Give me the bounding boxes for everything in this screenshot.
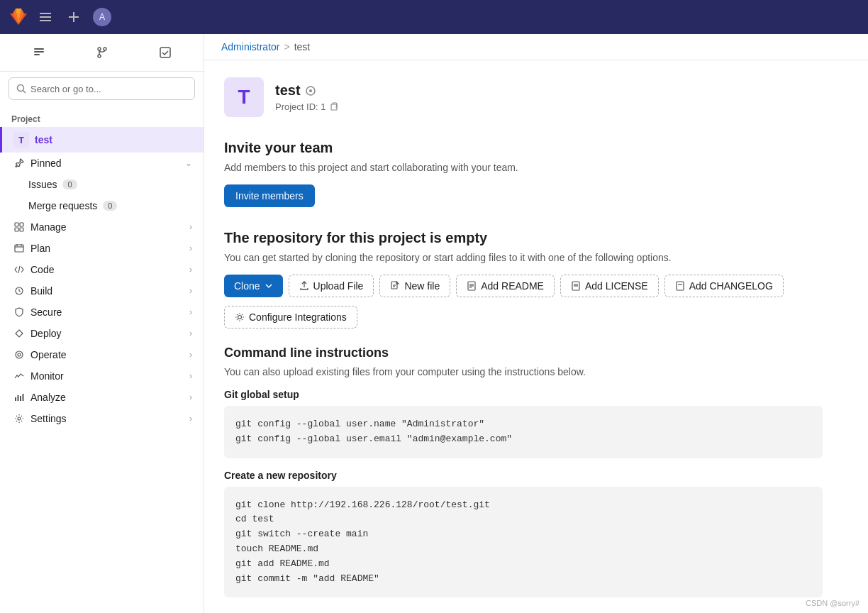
- svg-point-40: [309, 89, 312, 92]
- sidebar-item-deploy-label: Deploy: [30, 328, 184, 339]
- svg-rect-7: [40, 16, 51, 18]
- svg-rect-10: [69, 16, 79, 18]
- new-file-button[interactable]: New file: [379, 275, 450, 297]
- chevron-right-icon-deploy: ›: [189, 328, 192, 338]
- sidebar-tab-snippets[interactable]: [9, 40, 69, 65]
- chevron-right-icon: ›: [189, 222, 192, 232]
- svg-rect-6: [40, 13, 51, 14]
- visibility-icon: [305, 85, 316, 96]
- breadcrumb: Administrator > test: [204, 34, 868, 60]
- svg-line-30: [18, 266, 20, 273]
- sidebar-item-issues[interactable]: Issues 0: [0, 174, 204, 195]
- sidebar-item-operate[interactable]: Operate ›: [0, 344, 204, 365]
- sidebar-item-plan[interactable]: Plan ›: [0, 238, 204, 259]
- svg-rect-23: [20, 223, 23, 226]
- sidebar-item-manage[interactable]: Manage ›: [0, 216, 204, 238]
- chevron-right-icon-analyze: ›: [189, 392, 192, 402]
- sidebar: Search or go to... Project T test Pinned…: [0, 34, 204, 613]
- chevron-right-icon-plan: ›: [189, 243, 192, 253]
- sidebar-item-settings[interactable]: Settings ›: [0, 408, 204, 429]
- configure-integrations-label: Configure Integrations: [249, 311, 347, 323]
- layout: Search or go to... Project T test Pinned…: [0, 34, 868, 613]
- page-content: T test Project ID: 1 Invite your team Ad…: [204, 60, 842, 613]
- sidebar-project-avatar: T: [13, 132, 29, 148]
- svg-rect-37: [23, 394, 24, 401]
- chevron-right-icon-settings: ›: [189, 414, 192, 424]
- search-bar[interactable]: Search or go to...: [9, 77, 195, 100]
- svg-rect-34: [15, 397, 16, 401]
- svg-rect-13: [34, 48, 44, 50]
- sidebar-tab-merge[interactable]: [72, 40, 132, 65]
- plan-icon: [13, 243, 25, 254]
- project-avatar: T: [224, 77, 264, 117]
- chevron-right-icon-code: ›: [189, 265, 192, 275]
- new-repo-label: Create a new repository: [224, 470, 823, 481]
- sidebar-item-monitor-label: Monitor: [30, 370, 184, 382]
- gitlab-logo[interactable]: [9, 7, 28, 27]
- svg-point-38: [18, 417, 21, 420]
- sidebar-item-analyze[interactable]: Analyze ›: [0, 387, 204, 408]
- project-name: test: [275, 82, 339, 99]
- monitor-icon: [13, 370, 25, 382]
- readme-icon: [467, 281, 477, 291]
- watermark: CSDN @sorry#: [806, 599, 859, 607]
- operate-icon: [13, 349, 25, 360]
- add-license-button[interactable]: Add LICENSE: [560, 275, 659, 297]
- invite-title: Invite your team: [224, 140, 823, 156]
- chevron-down-icon: ⌄: [185, 158, 192, 168]
- sidebar-item-test[interactable]: T test: [0, 127, 204, 153]
- sidebar-top-nav: [0, 34, 204, 72]
- empty-repo-description: You can get started by cloning the repos…: [224, 252, 823, 263]
- breadcrumb-current: test: [294, 41, 311, 53]
- sidebar-item-issues-label: Issues: [28, 179, 57, 190]
- svg-rect-52: [677, 282, 684, 290]
- build-icon: [13, 285, 25, 297]
- sidebar-item-pinned[interactable]: Pinned ⌄: [0, 153, 204, 174]
- sidebar-project-label: test: [35, 134, 192, 145]
- sidebar-item-plan-label: Plan: [30, 243, 184, 254]
- main-content: Administrator > test T test Project ID: …: [204, 34, 868, 613]
- upload-file-button[interactable]: Upload File: [289, 275, 374, 297]
- project-name-text: test: [275, 82, 301, 99]
- invite-members-button[interactable]: Invite members: [224, 184, 315, 207]
- global-setup-code[interactable]: git config --global user.name "Administr…: [224, 406, 823, 458]
- copy-icon[interactable]: [329, 102, 339, 112]
- configure-integrations-button[interactable]: Configure Integrations: [224, 306, 357, 328]
- sidebar-item-deploy[interactable]: Deploy ›: [0, 323, 204, 344]
- svg-point-16: [98, 48, 101, 50]
- svg-rect-36: [20, 396, 21, 401]
- cli-section: Command line instructions You can also u…: [224, 346, 823, 597]
- new-file-icon: [390, 281, 400, 291]
- search-placeholder: Search or go to...: [30, 84, 101, 94]
- sidebar-item-manage-label: Manage: [30, 221, 184, 233]
- add-changelog-button[interactable]: Add CHANGELOG: [664, 275, 784, 297]
- changelog-icon: [675, 281, 685, 291]
- clone-button[interactable]: Clone: [224, 275, 283, 297]
- sidebar-item-monitor[interactable]: Monitor ›: [0, 365, 204, 387]
- sidebar-tab-todo[interactable]: [135, 40, 195, 65]
- sidebar-item-build-label: Build: [30, 285, 184, 297]
- chevron-down-icon: [265, 282, 273, 290]
- sidebar-item-code[interactable]: Code ›: [0, 259, 204, 280]
- project-header: T test Project ID: 1: [224, 77, 823, 117]
- upload-file-label: Upload File: [313, 280, 364, 292]
- new-repo-code[interactable]: git clone http://192.168.226.128/root/te…: [224, 487, 823, 598]
- sidebar-item-merge-requests-count: 0: [103, 201, 117, 211]
- add-changelog-label: Add CHANGELOG: [689, 280, 773, 292]
- sidebar-item-secure[interactable]: Secure ›: [0, 302, 204, 323]
- svg-point-33: [18, 353, 21, 356]
- breadcrumb-parent[interactable]: Administrator: [221, 41, 279, 53]
- new-item-button[interactable]: [62, 6, 85, 28]
- code-icon: [13, 264, 25, 275]
- svg-rect-35: [18, 395, 19, 401]
- user-avatar[interactable]: A: [91, 6, 113, 28]
- sidebar-toggle-button[interactable]: [34, 6, 57, 28]
- add-readme-button[interactable]: Add README: [456, 275, 555, 297]
- sidebar-item-merge-requests[interactable]: Merge requests 0: [0, 195, 204, 216]
- svg-text:A: A: [99, 12, 105, 22]
- sidebar-item-build[interactable]: Build ›: [0, 280, 204, 302]
- secure-icon: [13, 306, 25, 318]
- svg-rect-15: [34, 54, 40, 55]
- invite-description: Add members to this project and start co…: [224, 162, 823, 173]
- global-setup-label: Git global setup: [224, 389, 823, 400]
